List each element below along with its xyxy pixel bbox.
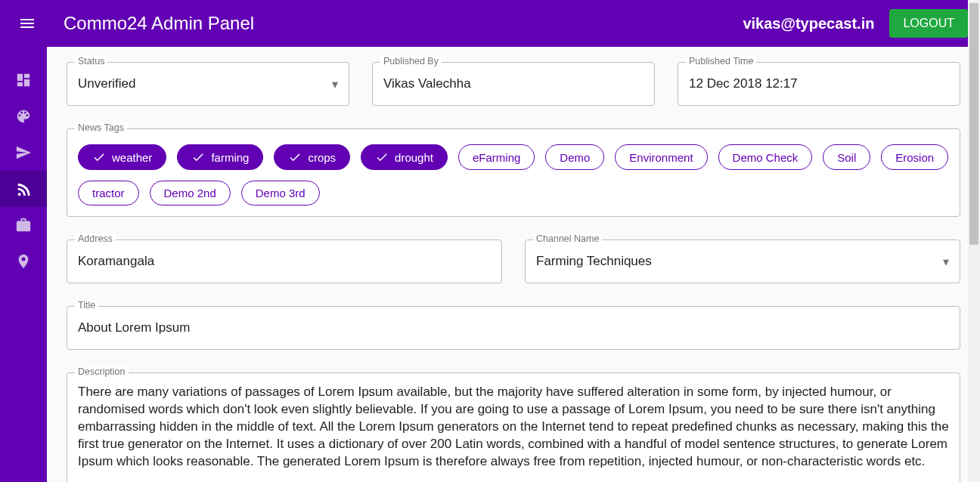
status-label: Status — [75, 56, 107, 66]
location-icon — [15, 253, 32, 270]
tag-chip-label: crops — [308, 151, 336, 164]
scrollbar-thumb[interactable] — [969, 3, 978, 245]
briefcase-icon — [15, 217, 32, 233]
tag-chip[interactable]: Erosion — [881, 144, 948, 170]
tag-chip[interactable]: Demo 3rd — [241, 181, 320, 205]
rss-icon — [15, 181, 32, 197]
main-content: Status Unverified ▾ Published By Publish… — [47, 47, 980, 482]
news-tags-label: News Tags — [75, 122, 127, 133]
news-tags-group: News Tags weatherfarmingcropsdroughteFar… — [67, 128, 960, 217]
tag-chip-label: Soil — [837, 151, 856, 164]
tag-chip-label: farming — [211, 151, 249, 164]
status-field[interactable]: Status Unverified ▾ — [67, 62, 349, 106]
sidebar-item-rss[interactable] — [0, 171, 47, 207]
description-field[interactable]: Description — [67, 372, 960, 482]
check-icon — [375, 150, 389, 164]
published-time-label: Published Time — [686, 56, 756, 66]
title-input[interactable] — [78, 320, 949, 335]
title-field[interactable]: Title — [67, 306, 960, 350]
sidebar-item-briefcase[interactable] — [0, 207, 47, 243]
caret-down-icon: ▾ — [332, 77, 338, 91]
published-by-field[interactable]: Published By — [372, 62, 655, 106]
tag-chip-label: drought — [395, 151, 433, 164]
check-icon — [92, 150, 106, 164]
description-label: Description — [75, 366, 129, 377]
app-title: Commo24 Admin Panel — [64, 13, 254, 34]
tag-chip[interactable]: Environment — [615, 144, 707, 170]
dashboard-icon — [15, 72, 32, 88]
tag-chip[interactable]: crops — [274, 144, 350, 170]
logout-button[interactable]: LOGOUT — [889, 9, 968, 38]
check-icon — [288, 150, 302, 164]
tag-chip-label: tractor — [92, 187, 125, 199]
published-time-input[interactable] — [689, 76, 949, 91]
address-field[interactable]: Address — [67, 239, 502, 283]
tag-chip-label: Demo 2nd — [164, 187, 216, 199]
tag-chip-label: Erosion — [895, 151, 934, 164]
channel-name-label: Channel Name — [533, 233, 602, 244]
tag-chip-label: Demo Check — [733, 151, 799, 164]
tag-chip-label: Demo 3rd — [256, 187, 305, 199]
user-email: vikas@typecast.in — [743, 15, 874, 32]
address-input[interactable] — [78, 254, 491, 269]
tag-chip[interactable]: weather — [78, 144, 166, 170]
channel-name-value: Farming Techniques — [536, 254, 943, 269]
tag-chip[interactable]: farming — [177, 144, 263, 170]
channel-name-field[interactable]: Channel Name Farming Techniques ▾ — [525, 239, 960, 283]
sidebar-item-palette[interactable] — [0, 98, 47, 134]
published-time-field[interactable]: Published Time — [678, 62, 960, 106]
tag-chip[interactable]: drought — [361, 144, 448, 170]
tag-chip[interactable]: Demo — [545, 144, 604, 170]
tag-chip[interactable]: Demo 2nd — [150, 181, 231, 205]
send-icon — [15, 144, 32, 161]
sidebar-item-send[interactable] — [0, 134, 47, 171]
title-label: Title — [75, 300, 98, 311]
tag-chip[interactable]: Demo Check — [718, 144, 813, 170]
tag-chip-label: Environment — [629, 151, 693, 164]
tag-chip[interactable]: tractor — [78, 181, 139, 205]
tag-chip-label: weather — [112, 151, 152, 164]
tag-chip-label: eFarming — [473, 151, 520, 164]
palette-icon — [15, 108, 32, 125]
tag-chip[interactable]: eFarming — [458, 144, 535, 170]
description-textarea[interactable] — [78, 384, 949, 471]
check-icon — [191, 150, 205, 164]
address-label: Address — [75, 233, 116, 244]
vertical-scrollbar[interactable] — [968, 0, 980, 482]
sidebar — [0, 47, 47, 482]
published-by-input[interactable] — [383, 76, 644, 91]
hamburger-icon — [18, 14, 36, 32]
menu-button[interactable] — [12, 8, 42, 39]
sidebar-item-location[interactable] — [0, 243, 47, 280]
top-bar: Commo24 Admin Panel vikas@typecast.in LO… — [0, 0, 980, 47]
caret-down-icon: ▾ — [943, 255, 949, 269]
tag-chip[interactable]: Soil — [823, 144, 870, 170]
sidebar-item-dashboard[interactable] — [0, 62, 47, 98]
status-value: Unverified — [78, 76, 332, 91]
published-by-label: Published By — [380, 56, 442, 66]
tag-chip-label: Demo — [560, 151, 590, 164]
